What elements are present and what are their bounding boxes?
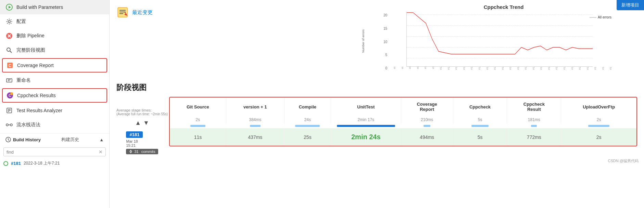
scroll-down-arrow[interactable]: ▼	[143, 119, 149, 127]
svg-point-6	[7, 48, 10, 51]
pipeline-icon	[5, 121, 13, 129]
time-cppcheck-result[interactable]: 772ms	[507, 128, 561, 146]
legend-label: All errors	[598, 15, 611, 19]
avg-sublabel: (Average full run time: ~2min 55s)	[116, 112, 168, 116]
svg-text:✓: ✓	[11, 93, 13, 95]
clear-search-icon[interactable]: ✕	[99, 149, 103, 155]
build-number: #181	[11, 161, 21, 166]
sidebar: Build with Parameters 配置 删除 Pipeline 完整阶…	[0, 0, 110, 208]
rename-icon	[5, 77, 13, 84]
time-git[interactable]: 11s	[170, 128, 226, 146]
commits-badge[interactable]: 31 commits	[126, 149, 158, 154]
commits-count: 31	[134, 150, 138, 154]
recent-changes-link[interactable]: 最近变更	[116, 4, 153, 21]
avg-time-unittest: 2min 17s	[331, 116, 401, 124]
sidebar-item-label: Coverage Report	[17, 63, 54, 68]
y-axis-title: Number of errors	[362, 29, 365, 53]
y-label-0: 0	[385, 66, 387, 70]
sidebar-item-label: 配置	[16, 18, 26, 25]
stage-col-cppcheck-result[interactable]: CppcheckResult	[507, 98, 561, 116]
sidebar-item-test-results[interactable]: Test Results Analyzer	[0, 103, 109, 118]
coverage-icon: C	[6, 62, 14, 69]
build-history-title: Build History	[5, 137, 41, 142]
x-label: #181	[609, 67, 613, 70]
avg-time-compile: 24s	[284, 116, 331, 124]
build-tag[interactable]: #181	[126, 131, 143, 138]
time-cppcheck[interactable]: 5s	[453, 128, 507, 146]
sidebar-item-coverage-report[interactable]: C Coverage Report	[2, 58, 107, 73]
svg-text:C: C	[9, 63, 12, 68]
svg-line-7	[10, 51, 12, 53]
stage-col-upload[interactable]: UploadOverFtp	[561, 98, 636, 116]
y-label-20: 20	[383, 13, 387, 17]
build-entry-181[interactable]: #181 2022-3-18 上午7:21	[0, 158, 109, 168]
time-coverage[interactable]: 494ms	[401, 128, 453, 146]
stage-col-coverage[interactable]: CoverageReport	[401, 98, 453, 116]
build-history-label: Build History	[13, 137, 41, 142]
svg-line-26	[8, 140, 9, 141]
collapse-icon[interactable]: ▲	[99, 137, 104, 142]
sidebar-item-label: 完整阶段视图	[16, 47, 45, 53]
test-icon	[5, 107, 13, 114]
watermark: CSDN @猛男代码	[110, 157, 644, 165]
build-date: Mar 18	[126, 139, 138, 143]
svg-point-39	[130, 151, 132, 153]
time-version[interactable]: 437ms	[226, 128, 284, 146]
play-icon	[5, 3, 13, 11]
time-unittest[interactable]: 2min 24s	[331, 128, 401, 146]
chart-legend: All errors	[590, 15, 611, 19]
new-project-button[interactable]: 新增项目	[617, 0, 644, 10]
avg-times-row: 2s 384ms 24s 2min 17s 210ms 5s 181ms 2s	[170, 116, 636, 124]
scroll-up-arrow[interactable]: ▲	[135, 119, 141, 127]
time-upload[interactable]: 2s	[561, 128, 636, 146]
search-icon	[5, 47, 13, 54]
build-time: 15:21	[126, 143, 136, 147]
sidebar-item-label: Build with Parameters	[16, 4, 63, 10]
stage-view-title: 阶段视图	[116, 82, 637, 93]
sidebar-item-rename[interactable]: 重命名	[0, 73, 109, 88]
sidebar-item-label: Cppcheck Results	[17, 93, 56, 98]
sidebar-item-pipeline-syntax[interactable]: 流水线语法	[0, 118, 109, 132]
stage-header-row: Git Source version + 1 Compile UnitTest …	[170, 98, 636, 116]
avg-time-cppcheck-result: 181ms	[507, 116, 561, 124]
cppcheck-icon: C✓	[6, 92, 14, 99]
svg-point-22	[10, 124, 12, 126]
sidebar-item-full-stage[interactable]: 完整阶段视图	[0, 43, 109, 57]
sidebar-item-delete-pipeline[interactable]: 删除 Pipeline	[0, 29, 109, 43]
stage-col-unittest[interactable]: UnitTest	[331, 98, 401, 116]
avg-label: Average stage times:	[116, 108, 168, 112]
avg-time-upload: 2s	[561, 116, 636, 124]
gear-icon	[5, 18, 13, 25]
cppcheck-trend-chart: Cppcheck Trend 20 15 10 5 0 Number of er…	[370, 4, 637, 77]
search-bar[interactable]: ✕	[3, 147, 106, 156]
search-input[interactable]	[7, 150, 99, 155]
y-label-15: 15	[383, 27, 387, 30]
chart-title: Cppcheck Trend	[370, 4, 637, 10]
commits-label: commits	[141, 150, 155, 154]
sidebar-item-cppcheck-results[interactable]: C✓ Cppcheck Results	[2, 88, 107, 103]
sidebar-item-label: 删除 Pipeline	[16, 33, 45, 39]
sidebar-item-build-with-params[interactable]: Build with Parameters	[0, 0, 109, 14]
stage-col-git[interactable]: Git Source	[170, 98, 226, 116]
svg-point-27	[4, 161, 8, 166]
build-history-subtitle: 构建历史	[61, 136, 79, 143]
svg-rect-10	[7, 79, 12, 82]
stage-col-compile[interactable]: Compile	[284, 98, 331, 116]
status-icon	[3, 161, 8, 166]
progress-bar-row	[170, 124, 636, 128]
stage-col-version[interactable]: version + 1	[226, 98, 284, 116]
recent-changes-icon	[116, 6, 129, 18]
svg-point-2	[8, 21, 10, 23]
stage-table: Git Source version + 1 Compile UnitTest …	[170, 98, 636, 146]
main-content: 新增项目 最近变更 Cppcheck Trend 20	[110, 0, 644, 208]
y-label-10: 10	[383, 40, 387, 44]
stage-col-cppcheck[interactable]: Cppcheck	[453, 98, 507, 116]
chart-x-labels: #80 #82 #86 #88 #90 #95 #100 #105 #111 #…	[389, 67, 613, 77]
avg-time-version: 384ms	[226, 116, 284, 124]
sidebar-item-config[interactable]: 配置	[0, 14, 109, 29]
time-compile[interactable]: 25s	[284, 128, 331, 146]
build-history-header: Build History 构建历史 ▲	[0, 133, 109, 145]
svg-point-21	[6, 124, 8, 126]
y-label-5: 5	[385, 53, 387, 57]
sidebar-item-label: 流水线语法	[16, 122, 40, 128]
